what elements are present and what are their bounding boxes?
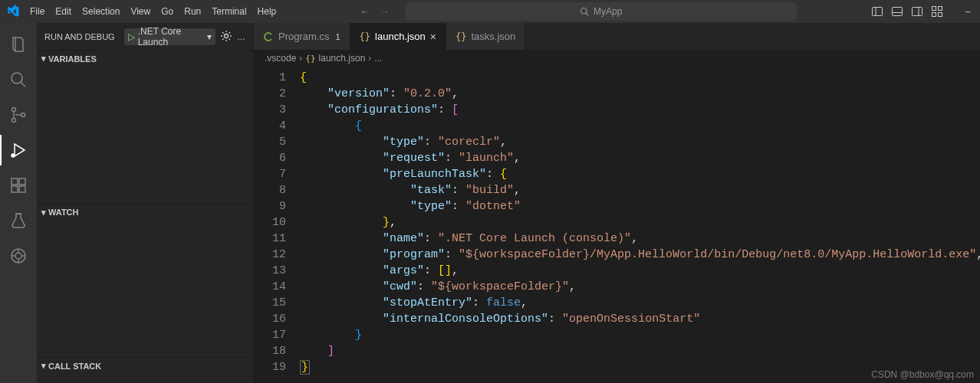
line-number-gutter: 12345678910111213141516171819 — [254, 67, 300, 383]
activity-scm-icon[interactable] — [0, 100, 37, 130]
line-number: 16 — [254, 311, 286, 327]
line-number: 13 — [254, 263, 286, 279]
title-right-controls: – — [871, 5, 974, 18]
code-line[interactable]: "stopAtEntry": false, — [300, 295, 980, 311]
code-line[interactable]: "internalConsoleOptions": "openOnSession… — [300, 311, 980, 327]
section-variables[interactable]: ▾ VARIABLES — [37, 50, 253, 67]
section-callstack-label: CALL STACK — [48, 362, 101, 371]
code-line[interactable]: "type": "dotnet" — [300, 198, 980, 214]
code-line[interactable]: "preLaunchTask": { — [300, 166, 980, 182]
menu-edit[interactable]: Edit — [50, 6, 77, 17]
svg-rect-2 — [873, 8, 883, 16]
menu-bar: File Edit Selection View Go Run Terminal… — [25, 6, 281, 17]
tab-label: launch.json — [375, 31, 426, 42]
code-line[interactable]: } — [300, 327, 980, 343]
gear-icon[interactable] — [220, 30, 232, 44]
tab-dirty-count: 1 — [335, 32, 340, 41]
layout-primary-icon[interactable] — [871, 5, 883, 18]
tab-program-cs[interactable]: Program.cs 1 — [254, 23, 350, 50]
close-icon[interactable]: × — [430, 31, 436, 43]
breadcrumb-file[interactable]: launch.json — [319, 53, 366, 64]
line-number: 11 — [254, 231, 286, 247]
activity-remote-icon[interactable] — [0, 241, 37, 271]
code-line[interactable]: "type": "coreclr", — [300, 134, 980, 150]
layout-panel-icon[interactable] — [891, 5, 903, 18]
tab-label: tasks.json — [471, 31, 515, 42]
line-number: 17 — [254, 327, 286, 343]
minimize-icon[interactable]: – — [962, 5, 974, 18]
svg-rect-11 — [939, 13, 942, 17]
activity-explorer-icon[interactable] — [0, 29, 37, 60]
code-line[interactable]: "args": [], — [300, 263, 980, 279]
activity-extensions-icon[interactable] — [0, 170, 37, 201]
tab-tasks-json[interactable]: {} tasks.json — [446, 23, 525, 50]
chevron-right-icon: › — [368, 53, 371, 64]
svg-rect-6 — [913, 8, 922, 16]
line-number: 8 — [254, 182, 286, 198]
nav-arrows: ← → — [357, 3, 393, 20]
svg-marker-17 — [15, 144, 25, 156]
nav-forward-icon[interactable]: → — [377, 3, 393, 20]
chevron-down-icon[interactable]: ▾ — [207, 31, 212, 42]
svg-rect-4 — [893, 8, 903, 16]
activity-search-icon[interactable] — [0, 64, 37, 95]
svg-line-1 — [586, 13, 588, 15]
run-debug-panel: RUN AND DEBUG ▷ .NET Core Launch ▾ … ▾ V… — [37, 23, 254, 383]
code-line[interactable]: { — [300, 70, 980, 86]
run-debug-header: RUN AND DEBUG ▷ .NET Core Launch ▾ … — [37, 23, 253, 50]
code-line[interactable]: { — [300, 118, 980, 134]
line-number: 2 — [254, 86, 286, 102]
watch-body — [37, 221, 253, 358]
code-line[interactable]: }, — [300, 214, 980, 231]
nav-back-icon[interactable]: ← — [357, 3, 373, 20]
menu-selection[interactable]: Selection — [77, 6, 125, 17]
code-line[interactable]: "version": "0.2.0", — [300, 86, 980, 102]
svg-rect-10 — [932, 13, 936, 17]
code-line[interactable]: "name": ".NET Core Launch (console)", — [300, 231, 980, 247]
svg-point-12 — [12, 73, 22, 83]
svg-rect-19 — [12, 178, 18, 185]
svg-rect-9 — [939, 7, 942, 11]
menu-help[interactable]: Help — [252, 6, 282, 17]
launch-config-select[interactable]: ▷ .NET Core Launch ▾ — [124, 28, 215, 45]
svg-point-16 — [21, 113, 25, 117]
menu-view[interactable]: View — [125, 6, 156, 17]
tab-launch-json[interactable]: {} launch.json × — [350, 23, 446, 50]
code-line[interactable]: "request": "launch", — [300, 150, 980, 166]
csharp-file-icon — [263, 31, 274, 42]
menu-go[interactable]: Go — [156, 6, 179, 17]
layout-secondary-icon[interactable] — [911, 5, 923, 18]
section-callstack[interactable]: ▾ CALL STACK — [37, 357, 253, 374]
svg-point-26 — [225, 34, 229, 38]
line-number: 15 — [254, 295, 286, 311]
svg-rect-20 — [12, 186, 18, 192]
menu-terminal[interactable]: Terminal — [206, 6, 252, 17]
breadcrumb-folder[interactable]: .vscode — [265, 53, 296, 64]
more-icon[interactable]: … — [237, 32, 245, 41]
line-number: 14 — [254, 279, 286, 295]
code-line[interactable]: "program": "${workspaceFolder}/MyApp.Hel… — [300, 247, 980, 263]
menu-file[interactable]: File — [25, 6, 50, 17]
section-watch[interactable]: ▾ WATCH — [37, 204, 253, 221]
code-editor[interactable]: 12345678910111213141516171819 { "version… — [254, 67, 980, 383]
svg-point-15 — [12, 119, 16, 123]
line-number: 18 — [254, 343, 286, 359]
code-line[interactable]: "cwd": "${workspaceFolder}", — [300, 279, 980, 295]
start-debug-icon[interactable]: ▷ — [128, 31, 135, 42]
chevron-right-icon: › — [299, 53, 302, 64]
activity-debug-icon[interactable] — [0, 135, 37, 165]
code-line[interactable]: ] — [300, 343, 980, 359]
menu-run[interactable]: Run — [179, 6, 206, 17]
json-file-icon: {} — [305, 54, 315, 64]
layout-customize-icon[interactable] — [931, 5, 943, 18]
code-line[interactable]: "configurations": [ — [300, 102, 980, 118]
activity-testing-icon[interactable] — [0, 205, 37, 236]
command-center[interactable]: MyApp — [406, 2, 797, 21]
breadcrumb[interactable]: .vscode › {} launch.json › ... — [254, 50, 980, 67]
line-number: 7 — [254, 166, 286, 182]
code-content[interactable]: { "version": "0.2.0", "configurations": … — [300, 67, 980, 383]
svg-rect-8 — [932, 7, 936, 11]
code-line[interactable]: "task": "build", — [300, 182, 980, 198]
svg-rect-21 — [19, 186, 25, 192]
breadcrumb-more[interactable]: ... — [374, 53, 382, 64]
